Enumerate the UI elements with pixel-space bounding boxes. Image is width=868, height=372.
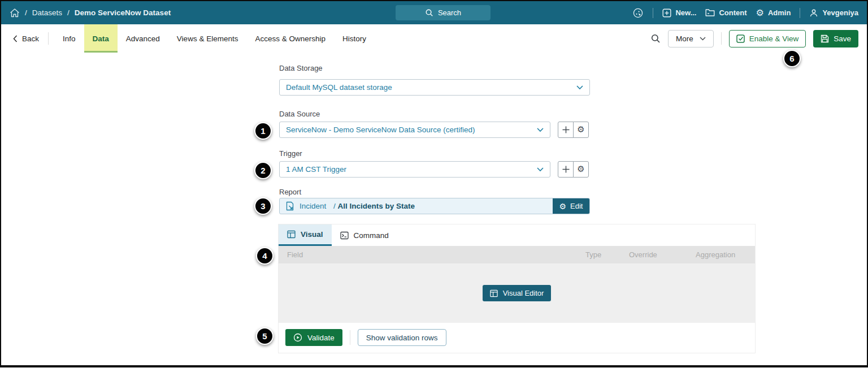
data-source-settings-button[interactable]: ⚙ — [573, 122, 589, 138]
trigger-settings-button[interactable]: ⚙ — [573, 161, 589, 178]
search-label: Search — [438, 8, 461, 17]
admin-menu-button[interactable]: ⚙ Admin — [756, 8, 791, 18]
show-validation-rows-label: Show validation rows — [366, 334, 438, 342]
divider — [48, 32, 49, 45]
search-icon — [425, 8, 433, 17]
save-label: Save — [834, 34, 851, 43]
table-icon — [287, 230, 296, 239]
show-validation-rows-button[interactable]: Show validation rows — [358, 329, 446, 346]
trigger-select[interactable]: 1 AM CST Trigger — [279, 161, 550, 178]
dataset-tabs: Info Data Advanced Views & Elements Acce… — [54, 24, 375, 53]
field-editor-panel: Visual Command Field Type Override Aggre… — [278, 224, 756, 353]
table-icon — [490, 289, 498, 297]
gear-icon: ⚙ — [559, 202, 567, 210]
visual-editor-button[interactable]: Visual Editor — [483, 285, 552, 301]
validation-bar: Validate Show validation rows — [279, 323, 755, 352]
tab-history[interactable]: History — [334, 24, 375, 53]
edit-label: Edit — [570, 202, 583, 210]
field-table-header: Field Type Override Aggregation — [279, 246, 755, 263]
annotation-badge-1: 1 — [254, 122, 272, 140]
play-circle-icon — [293, 333, 302, 342]
data-storage-value: Default MySQL dataset storage — [286, 83, 392, 92]
user-menu-button[interactable]: Yevgeniya — [809, 8, 858, 18]
annotation-badge-6: 6 — [783, 50, 801, 67]
edit-report-button[interactable]: ⚙ Edit — [553, 198, 589, 214]
breadcrumb-item-datasets[interactable]: Datasets — [32, 8, 62, 17]
data-source-value: ServiceNow - Demo ServiceNow Data Source… — [286, 126, 475, 134]
divider — [721, 32, 722, 45]
divider — [653, 8, 653, 18]
toolbar-search-icon[interactable] — [650, 33, 661, 44]
app-window: / Datasets / Demo ServiceNow Dataset Sea… — [0, 0, 868, 367]
gear-icon: ⚙ — [577, 126, 584, 134]
command-tab-label: Command — [354, 231, 389, 240]
report-category: Incident — [300, 202, 326, 210]
user-icon — [809, 8, 818, 18]
report-label: Report — [279, 188, 301, 196]
trigger-actions: ⚙ — [558, 161, 589, 178]
content-menu-button[interactable]: Content — [705, 8, 747, 17]
new-menu-label: New... — [675, 8, 696, 17]
tab-visual[interactable]: Visual — [279, 224, 332, 246]
content-menu-label: Content — [719, 8, 747, 17]
gear-icon: ⚙ — [756, 8, 764, 18]
annotation-badge-3: 3 — [254, 197, 272, 215]
breadcrumb-separator: / — [67, 8, 70, 17]
data-source-label: Data Source — [279, 110, 320, 118]
admin-menu-label: Admin — [768, 8, 791, 17]
column-field: Field — [287, 250, 303, 259]
breadcrumb: / Datasets / Demo ServiceNow Dataset — [1, 8, 171, 18]
data-storage-label: Data Storage — [279, 64, 323, 72]
toolbar-actions: More Enable & View Save — [650, 24, 858, 53]
save-button[interactable]: Save — [813, 30, 858, 47]
annotation-badge-5: 5 — [256, 327, 274, 345]
report-field[interactable]: Incident / All Incidents by State ⚙ Edit — [279, 198, 590, 214]
enable-view-label: Enable & View — [749, 34, 799, 43]
trigger-label: Trigger — [279, 149, 302, 158]
more-label: More — [676, 34, 693, 43]
validate-button[interactable]: Validate — [285, 329, 342, 346]
data-source-actions: ⚙ — [558, 122, 589, 138]
back-label: Back — [22, 34, 39, 43]
new-plus-icon — [662, 8, 671, 18]
tab-access-ownership[interactable]: Access & Ownership — [246, 24, 334, 53]
report-icon — [285, 201, 294, 211]
enable-view-button[interactable]: Enable & View — [729, 30, 806, 47]
global-search-box[interactable]: Search — [396, 5, 491, 20]
add-trigger-button[interactable] — [558, 161, 574, 178]
tab-views-elements[interactable]: Views & Elements — [168, 24, 247, 53]
gear-icon: ⚙ — [577, 165, 584, 174]
more-button[interactable]: More — [668, 30, 714, 47]
divider — [800, 8, 800, 18]
navbar-actions: New... Content ⚙ Admin Yevgeniya — [632, 1, 858, 24]
folder-icon — [705, 8, 715, 17]
breadcrumb-separator: / — [25, 8, 27, 17]
terminal-icon — [340, 231, 349, 240]
chevron-left-icon — [13, 35, 18, 42]
column-aggregation: Aggregation — [696, 250, 735, 259]
top-navbar: / Datasets / Demo ServiceNow Dataset Sea… — [1, 1, 867, 24]
add-data-source-button[interactable] — [558, 122, 574, 138]
field-table-empty-area: Visual Editor — [279, 263, 755, 323]
report-separator: / — [331, 202, 337, 210]
save-icon — [821, 34, 829, 43]
home-icon[interactable] — [10, 8, 20, 18]
assistant-icon[interactable] — [632, 7, 644, 19]
data-source-select[interactable]: ServiceNow - Demo ServiceNow Data Source… — [279, 122, 550, 138]
tab-command[interactable]: Command — [332, 224, 397, 246]
new-menu-button[interactable]: New... — [662, 8, 696, 18]
tab-data[interactable]: Data — [84, 24, 118, 53]
back-button[interactable]: Back — [1, 24, 48, 53]
column-override: Override — [629, 250, 657, 259]
report-name: All Incidents by State — [338, 202, 415, 210]
tab-advanced[interactable]: Advanced — [118, 24, 168, 53]
breadcrumb-current-page: Demo ServiceNow Dataset — [75, 8, 171, 17]
annotation-badge-4: 4 — [256, 247, 274, 265]
data-storage-select[interactable]: Default MySQL dataset storage — [279, 79, 590, 96]
visual-tab-label: Visual — [301, 230, 323, 239]
tab-info[interactable]: Info — [54, 24, 84, 53]
annotation-badge-2: 2 — [254, 162, 272, 179]
divider — [350, 330, 350, 345]
user-menu-label: Yevgeniya — [822, 8, 858, 17]
visual-editor-label: Visual Editor — [503, 289, 544, 297]
